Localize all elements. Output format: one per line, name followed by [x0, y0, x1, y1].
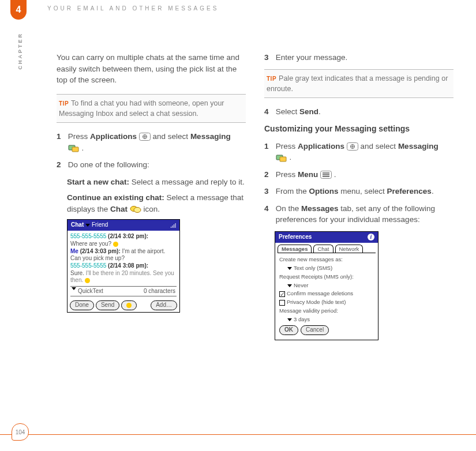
svg-rect-13	[323, 176, 329, 177]
options-label: Options	[309, 187, 339, 196]
chat-screenshot: Chat Friend 555-555-5555 (2/14 3:02 pm):…	[67, 219, 246, 313]
pref-label: Request Receipts (MMS only):	[279, 273, 374, 281]
cancel-button[interactable]: Cancel	[301, 325, 329, 335]
tip-box: TIPTo find a chat you had with someone, …	[57, 94, 246, 123]
tip-text: To find a chat you had with someone, ope…	[59, 99, 224, 118]
section-heading: Customizing your Messaging settings	[264, 123, 453, 134]
timestamp: (2/14 3:02 pm):	[108, 233, 148, 239]
ok-button[interactable]: OK	[279, 325, 298, 335]
signal-icon	[170, 223, 176, 228]
step-number: 1	[57, 131, 66, 142]
applications-icon	[347, 142, 358, 151]
tip-box: TIPPale gray text indicates that a messa…	[264, 69, 453, 98]
quicktext-label: QuickText	[78, 287, 103, 296]
messages-label: Messages	[301, 204, 339, 213]
start-label: Start a new chat:	[67, 178, 129, 186]
text: On the	[276, 204, 301, 213]
messaging-icon	[276, 154, 287, 162]
start-new-chat: Start a new chat: Select a message and r…	[67, 176, 246, 188]
tip-text: Pale gray text indicates that a message …	[267, 74, 448, 93]
emoji-icon	[126, 303, 132, 308]
step-number: 4	[264, 203, 273, 215]
svg-rect-9	[280, 157, 286, 161]
text: Press	[68, 132, 90, 141]
messaging-label: Messaging	[398, 142, 438, 151]
step-3: 3 Enter your message.	[264, 52, 453, 63]
step-2: 2 Do one of the following:	[57, 159, 246, 171]
pref-value[interactable]: Text only (SMS)	[294, 264, 332, 272]
chapter-vertical-label: CHAPTER	[17, 32, 23, 70]
chat-label: Chat	[110, 205, 128, 213]
title-text: Chat	[71, 221, 84, 228]
tab-network[interactable]: Network	[335, 245, 363, 253]
menu-label: Menu	[298, 170, 318, 179]
pref-label: Message validity period:	[279, 307, 374, 315]
tab-chat[interactable]: Chat	[313, 245, 333, 253]
timestamp: (2/14 3:08 pm):	[108, 262, 148, 269]
continue-label: Continue an existing chat:	[67, 193, 164, 202]
text: Select	[276, 107, 299, 116]
checkbox-privacy[interactable]	[279, 300, 285, 306]
emoji-button[interactable]	[121, 300, 137, 310]
dropdown-icon[interactable]	[287, 267, 292, 270]
tab-messages[interactable]: Messages	[278, 245, 312, 253]
msg-text: Where are you?	[70, 240, 111, 247]
friend-name: Friend	[92, 221, 108, 228]
page-header: 4 YOUR EMAIL AND OTHER MESSAGES	[0, 0, 476, 23]
text: .	[332, 170, 336, 179]
phone-number: 555-555-5555	[70, 262, 106, 269]
dropdown-icon	[85, 224, 90, 227]
text: Press	[276, 170, 298, 179]
svg-rect-11	[323, 172, 329, 174]
messaging-label: Messaging	[190, 132, 231, 141]
header-title: YOUR EMAIL AND OTHER MESSAGES	[47, 5, 219, 12]
dropdown-icon[interactable]	[287, 284, 292, 287]
dropdown-icon	[72, 287, 76, 290]
applications-icon	[139, 133, 151, 141]
applications-label: Applications	[298, 142, 344, 151]
footer-rule	[0, 434, 476, 435]
text: .	[80, 144, 84, 152]
checkbox-confirm[interactable]	[279, 291, 285, 297]
char-count: 0 characters	[144, 287, 175, 296]
pref-label: Confirm message deletions	[287, 290, 353, 296]
text: icon.	[144, 205, 160, 213]
step-1: 1 Press Applications and select Messagin…	[57, 131, 246, 153]
send-label: Send	[299, 107, 318, 116]
pref-value[interactable]: Never	[294, 281, 308, 290]
add-button[interactable]: Add…	[151, 300, 177, 310]
pref-label: Privacy Mode (hide text)	[287, 299, 346, 305]
text: From the	[276, 187, 309, 196]
right-column: 3 Enter your message. TIPPale gray text …	[264, 52, 453, 346]
step-number: 1	[264, 141, 273, 152]
done-button[interactable]: Done	[70, 300, 94, 310]
timestamp: (2/14 3:03 pm):	[80, 248, 121, 254]
intro-paragraph: You can carry on multiple chats at the s…	[57, 52, 246, 86]
step-text: Enter your message.	[276, 52, 449, 63]
chapter-number-tab: 4	[10, 0, 27, 20]
step-text: Do one of the following:	[68, 159, 241, 171]
continue-chat: Continue an existing chat: Select a mess…	[67, 192, 246, 215]
svg-rect-12	[323, 174, 329, 175]
pref-value[interactable]: 3 days	[294, 315, 310, 324]
text: and select	[361, 142, 398, 151]
phone-number: 555-555-5555	[70, 233, 106, 239]
tip-label: TIP	[59, 100, 69, 107]
text: menu, select	[339, 187, 387, 196]
preferences-label: Preferences	[387, 187, 432, 196]
text: Select a message and reply to it.	[129, 178, 245, 186]
msg-text: Sure.	[70, 270, 86, 276]
text: .	[287, 153, 292, 161]
text: .	[318, 107, 321, 116]
chat-window-title: Chat Friend	[68, 220, 179, 231]
tip-label: TIP	[267, 76, 276, 82]
text: .	[432, 187, 434, 196]
messaging-icon	[68, 144, 80, 152]
step-number: 3	[264, 52, 273, 63]
step-number: 2	[57, 159, 66, 171]
prefs-title: Preferences i	[275, 232, 378, 243]
send-button[interactable]: Send	[96, 300, 119, 310]
dropdown-icon[interactable]	[287, 318, 292, 321]
rstep-1: 1 Press Applications and select Messagin…	[264, 141, 453, 163]
info-icon: i	[368, 234, 374, 240]
